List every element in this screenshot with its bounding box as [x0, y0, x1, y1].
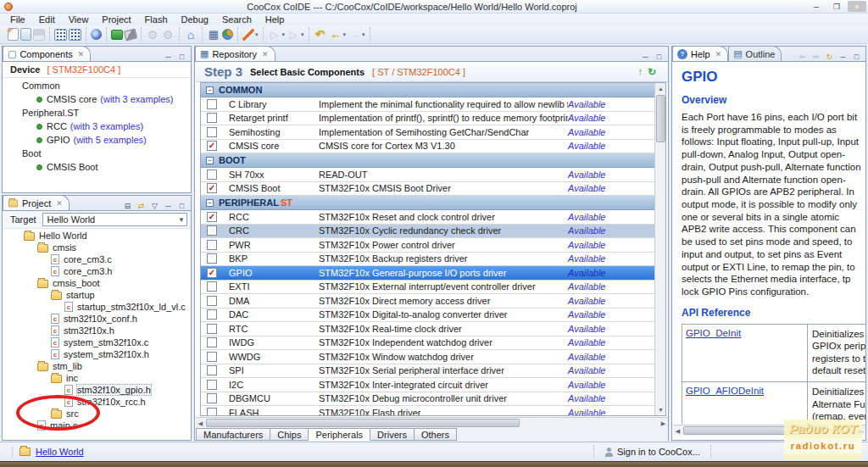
- checkbox-bkp[interactable]: [207, 253, 217, 264]
- vertical-scrollbar[interactable]: ▲ ▼: [654, 83, 665, 415]
- scroll-thumb[interactable]: [656, 95, 665, 142]
- maximize-panel-icon[interactable]: □: [654, 52, 665, 61]
- examples-link[interactable]: (with 3 examples): [100, 94, 173, 104]
- available-link[interactable]: Available: [568, 99, 639, 109]
- nav-forward-icon[interactable]: ⇨: [810, 52, 821, 61]
- repo-row-cmsis-core[interactable]: ✓CMSIS coreCMSIS core for Cortex M3 V1.3…: [201, 140, 655, 154]
- repo-row-exti[interactable]: EXTISTM32F10x External interrupt/event c…: [201, 281, 655, 295]
- project-item-stm32f10x-conf-h[interactable]: cstm32f10x_conf.h: [3, 313, 191, 325]
- repo-row-sh-70xx[interactable]: SH 70xxREAD-OUTAvailable: [201, 168, 655, 182]
- checkbox-exti[interactable]: [207, 281, 217, 292]
- menu-edit[interactable]: Edit: [32, 14, 62, 25]
- close-tab-icon[interactable]: ✕: [715, 50, 722, 58]
- project-link[interactable]: Hello World: [36, 447, 84, 457]
- tab-outline[interactable]: ▤ Outline: [728, 46, 782, 61]
- section-header-peripheral[interactable]: −PERIPHERALST: [201, 196, 655, 210]
- checkbox-cmsis-core[interactable]: ✓: [207, 141, 217, 151]
- checkbox-pwr[interactable]: [207, 240, 217, 250]
- checkbox-cmsis-boot[interactable]: ✓: [207, 183, 217, 193]
- repository-grid-icon[interactable]: ▦: [207, 28, 220, 42]
- nav-back-icon[interactable]: ⇦: [797, 52, 808, 61]
- repo-row-semihosting[interactable]: SemihostingImplementation of Semihosting…: [201, 125, 655, 140]
- back-icon[interactable]: ←▾: [329, 28, 347, 42]
- project-item-system-stm32f10x-h[interactable]: csystem_stm32f10x.h: [3, 348, 191, 360]
- collapse-icon[interactable]: −: [206, 86, 214, 94]
- dropdown-arrow-icon[interactable]: ▾: [301, 31, 304, 38]
- repo-row-dma[interactable]: DMASTM32F10x Direct memory access driver…: [201, 294, 655, 309]
- project-item-startup[interactable]: startup: [3, 289, 191, 301]
- section-header-common[interactable]: −COMMON: [201, 83, 655, 97]
- component-item-gpio[interactable]: GPIO(with 5 examples): [3, 133, 191, 147]
- maximize-panel-icon[interactable]: □: [176, 52, 187, 61]
- horizontal-scrollbar[interactable]: ◀ ▶: [673, 425, 865, 436]
- project-item-stm-lib[interactable]: stm_lib: [3, 360, 191, 372]
- repo-row-gpio[interactable]: ✓GPIOSTM32F10x General-purpose I/O ports…: [201, 266, 655, 281]
- component-item-rcc[interactable]: RCC(with 3 examples): [3, 120, 191, 133]
- project-item-src[interactable]: src: [3, 408, 191, 420]
- step-icon[interactable]: ▷▾: [287, 28, 304, 42]
- debug-icon[interactable]: [91, 29, 102, 40]
- available-link[interactable]: Available: [568, 337, 639, 347]
- tab-repository[interactable]: ▦ Repository ✕: [195, 46, 275, 61]
- dropdown-arrow-icon[interactable]: ▾: [362, 31, 365, 38]
- tab-manufacturers[interactable]: Manufacturers: [196, 428, 270, 441]
- project-item-stm32f10x-gpio-h[interactable]: cstm32f10x_gpio.h: [3, 384, 191, 396]
- repo-row-dac[interactable]: DACSTM32F10x Digital-to-analog converter…: [201, 309, 655, 323]
- available-link[interactable]: Available: [568, 170, 639, 180]
- collapse-all-icon[interactable]: ⊟: [122, 201, 133, 210]
- project-item-main-c[interactable]: cmain.c: [3, 420, 191, 431]
- erase-flash-icon[interactable]: [125, 30, 136, 40]
- checkbox-flash[interactable]: [207, 408, 217, 416]
- dropdown-arrow-icon[interactable]: ▾: [255, 31, 259, 38]
- settings-gear-icon[interactable]: ⚙: [161, 28, 175, 42]
- save-icon[interactable]: [33, 29, 45, 41]
- repo-row-rtc[interactable]: RTCSTM32F10x Real-time clock driverAvail…: [201, 322, 655, 336]
- close-tab-icon[interactable]: ✕: [56, 199, 63, 208]
- checkbox-sh-70xx[interactable]: [207, 170, 217, 180]
- repo-row-spi[interactable]: SPISTM32F10x Serial peripheral interface…: [201, 364, 655, 379]
- download-flash-icon[interactable]: [111, 30, 123, 40]
- checkbox-iwdg[interactable]: [207, 337, 217, 347]
- menu-flash[interactable]: Flash: [138, 14, 175, 25]
- repo-row-dbgmcu[interactable]: DBGMCUSTM32F10x Debug microcontroller un…: [201, 392, 655, 407]
- available-link[interactable]: Available: [568, 365, 639, 375]
- available-link[interactable]: Available: [568, 268, 639, 278]
- component-item-common[interactable]: Common: [3, 79, 191, 92]
- maximize-panel-icon[interactable]: □: [176, 201, 187, 210]
- run-icon[interactable]: ▷▾: [268, 28, 286, 42]
- repo-row-wwdg[interactable]: WWDGSTM32F10x Window watchdog driverAvai…: [201, 350, 655, 364]
- available-link[interactable]: Available: [568, 309, 639, 320]
- checkbox-wwdg[interactable]: [207, 352, 217, 362]
- minimize-button[interactable]: ─: [807, 1, 826, 12]
- project-item-startup-stm32f10x-ld-vl-c[interactable]: cstartup_stm32f10x_ld_vl.c: [3, 301, 191, 313]
- minimize-panel-icon[interactable]: ─: [640, 52, 651, 61]
- collapse-icon[interactable]: −: [206, 199, 214, 207]
- tab-chips[interactable]: Chips: [270, 428, 309, 441]
- available-link[interactable]: Available: [568, 113, 639, 123]
- checkbox-dma[interactable]: [207, 296, 217, 306]
- maximize-button[interactable]: ❐: [827, 1, 846, 12]
- checkbox-gpio[interactable]: ✓: [207, 268, 217, 278]
- scroll-thumb[interactable]: [206, 419, 520, 427]
- project-item-system-stm32f10x-c[interactable]: csystem_stm32f10x.c: [3, 336, 191, 348]
- scroll-left-icon[interactable]: ◀: [196, 419, 205, 428]
- scroll-right-icon[interactable]: ▶: [856, 426, 865, 436]
- minimize-panel-icon[interactable]: ─: [163, 52, 174, 61]
- checkbox-c-library[interactable]: [207, 99, 217, 109]
- available-link[interactable]: Available: [568, 212, 639, 222]
- back-history-icon[interactable]: ↶: [314, 28, 327, 42]
- checkbox-spi[interactable]: [207, 365, 217, 375]
- scroll-right-icon[interactable]: ▶: [659, 419, 668, 428]
- menu-view[interactable]: View: [62, 14, 96, 25]
- component-item-cmsis-core[interactable]: CMSIS core(with 3 examples): [3, 92, 191, 106]
- component-item-boot[interactable]: Boot: [3, 147, 191, 160]
- link-editor-icon[interactable]: ⇄: [136, 201, 147, 210]
- repo-row-flash[interactable]: FLASHSTM32F10x Flash driverAvailable: [201, 406, 655, 416]
- minimize-panel-icon[interactable]: ─: [837, 52, 849, 61]
- menu-project[interactable]: Project: [95, 14, 137, 25]
- open-file-icon[interactable]: [20, 28, 31, 41]
- rebuild-icon[interactable]: [69, 29, 81, 41]
- available-link[interactable]: Available: [568, 324, 639, 334]
- tab-project[interactable]: Project ✕: [3, 195, 70, 210]
- collapse-icon[interactable]: −: [206, 157, 214, 164]
